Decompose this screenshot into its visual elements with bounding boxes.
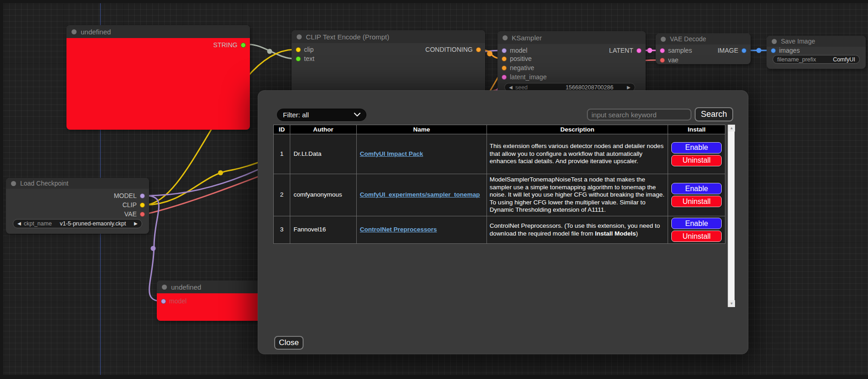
search-input[interactable]	[587, 109, 691, 121]
port-label: CLIP	[122, 201, 137, 209]
input-port-latent-image[interactable]: latent_image	[502, 74, 547, 80]
extension-link[interactable]: ComfyUI Impact Pack	[360, 150, 423, 157]
extension-table-container: ID Author Name Description Install 1 Dr.…	[273, 125, 735, 307]
port-dot-icon	[296, 56, 301, 61]
col-header-name: Name	[356, 125, 487, 134]
uninstall-button[interactable]: Uninstall	[671, 231, 722, 242]
node-title: KSampler	[512, 34, 542, 42]
table-header-row: ID Author Name Description Install	[274, 125, 725, 134]
port-label: model	[169, 297, 187, 305]
extension-link[interactable]: ControlNet Preprocessors	[360, 226, 437, 233]
cell-description: This extension offers various detector n…	[487, 134, 668, 174]
node-title: Load Checkpoint	[20, 180, 68, 187]
collapse-dot-icon[interactable]	[72, 29, 77, 34]
description-bold-text: Install Models	[595, 230, 636, 237]
node-undefined-1[interactable]: undefined STRING	[66, 25, 250, 130]
port-label: VAE	[124, 210, 137, 218]
collapse-dot-icon[interactable]	[11, 181, 16, 186]
chevron-down-icon	[354, 113, 360, 117]
port-dot-icon	[502, 66, 507, 71]
node-ksampler[interactable]: KSampler model positive negative latent_…	[498, 31, 646, 98]
widget-name: seed	[515, 84, 528, 91]
cell-description: ControlNet Preprocessors. (To use this e…	[487, 216, 668, 244]
decrement-arrow-icon[interactable]: ◀	[509, 85, 513, 90]
node-clip-text-encode-header[interactable]: CLIP Text Encode (Prompt)	[292, 30, 485, 43]
output-port-model[interactable]: MODEL	[114, 192, 145, 199]
output-port-latent[interactable]: LATENT	[609, 47, 641, 54]
input-port-clip[interactable]: clip	[296, 46, 314, 53]
enable-button[interactable]: Enable	[671, 183, 722, 194]
port-label: MODEL	[114, 192, 137, 199]
node-save-image-header[interactable]: Save Image	[767, 36, 866, 47]
node-save-image[interactable]: Save Image images filename_prefix ComfyU…	[767, 36, 866, 69]
port-label: CONDITIONING	[426, 46, 473, 53]
cell-install: Enable Uninstall	[668, 216, 725, 244]
collapse-dot-icon[interactable]	[503, 35, 508, 40]
port-dot-icon	[161, 299, 166, 304]
port-label: latent_image	[510, 73, 547, 81]
port-label: negative	[510, 64, 534, 71]
scroll-up-icon[interactable]: ▲	[728, 125, 735, 132]
table-scrollbar[interactable]: ▲ ▼	[728, 125, 735, 307]
node-load-checkpoint-header[interactable]: Load Checkpoint	[6, 178, 149, 189]
input-port-negative[interactable]: negative	[502, 65, 534, 71]
input-port-text[interactable]: text	[296, 55, 315, 62]
collapse-dot-icon[interactable]	[297, 34, 302, 39]
output-port-vae[interactable]: VAE	[124, 211, 145, 217]
decrement-arrow-icon[interactable]: ◀	[17, 221, 21, 226]
port-dot-icon	[140, 203, 145, 208]
filename-prefix-widget[interactable]: filename_prefix ComfyUI	[773, 55, 860, 64]
collapse-dot-icon[interactable]	[661, 37, 666, 42]
input-port-positive[interactable]: positive	[502, 55, 531, 62]
input-port-model[interactable]: model	[502, 47, 527, 54]
node-error-body	[66, 38, 250, 130]
enable-button[interactable]: Enable	[671, 218, 722, 229]
close-button[interactable]: Close	[274, 336, 304, 350]
node-ksampler-header[interactable]: KSampler	[498, 31, 646, 44]
node-graph-canvas[interactable]: undefined STRING CLIP Text Encode (Promp…	[0, 0, 868, 379]
collapse-dot-icon[interactable]	[162, 285, 167, 290]
increment-arrow-icon[interactable]: ▶	[134, 221, 138, 226]
ckpt-name-widget[interactable]: ◀ ckpt_name v1-5-pruned-emaonly.ckpt ▶	[13, 219, 142, 228]
output-port-conditioning[interactable]: CONDITIONING	[426, 46, 481, 53]
input-port-images[interactable]: images	[771, 47, 800, 54]
filter-select[interactable]: Filter: all	[277, 109, 366, 121]
input-port-samples[interactable]: samples	[660, 47, 692, 54]
widget-value: v1-5-pruned-emaonly.ckpt	[60, 220, 126, 227]
col-header-description: Description	[487, 125, 668, 134]
col-header-install: Install	[668, 125, 725, 134]
node-load-checkpoint[interactable]: Load Checkpoint MODEL CLIP VAE ◀ ckpt_na…	[6, 178, 149, 234]
collapse-dot-icon[interactable]	[772, 39, 777, 44]
node-title: CLIP Text Encode (Prompt)	[306, 33, 389, 41]
uninstall-button[interactable]: Uninstall	[671, 155, 722, 166]
port-label: IMAGE	[718, 47, 738, 54]
uninstall-button[interactable]: Uninstall	[671, 196, 722, 207]
input-port-model[interactable]: model	[161, 298, 187, 304]
increment-arrow-icon[interactable]: ▶	[627, 85, 630, 90]
port-label: model	[510, 47, 527, 54]
extension-manager-dialog: Filter: all Search ID Author Name Descri…	[258, 90, 748, 354]
extension-link[interactable]: ComfyUI_experiments/sampler_tonemap	[360, 191, 480, 198]
output-port-string[interactable]: STRING	[213, 42, 246, 48]
port-label: vae	[668, 56, 679, 64]
cell-install: Enable Uninstall	[668, 174, 725, 216]
search-button[interactable]: Search	[695, 107, 733, 121]
cell-install: Enable Uninstall	[668, 134, 725, 174]
table-row: 2 comfyanonymous ComfyUI_experiments/sam…	[274, 174, 725, 216]
node-clip-text-encode[interactable]: CLIP Text Encode (Prompt) clip text COND…	[292, 30, 485, 97]
node-vae-decode-header[interactable]: VAE Decode	[656, 33, 751, 44]
widget-value: ComfyUI	[833, 56, 855, 63]
output-port-clip[interactable]: CLIP	[122, 202, 145, 208]
node-undefined-1-header[interactable]: undefined	[66, 25, 250, 38]
node-vae-decode[interactable]: VAE Decode samples vae IMAGE	[656, 33, 751, 64]
port-dot-icon	[241, 43, 246, 48]
widget-name: filename_prefix	[777, 56, 816, 63]
port-dot-icon	[660, 48, 665, 53]
enable-button[interactable]: Enable	[671, 142, 722, 154]
port-label: LATENT	[609, 47, 633, 54]
port-dot-icon	[636, 48, 641, 53]
col-header-id: ID	[274, 125, 290, 134]
scroll-down-icon[interactable]: ▼	[728, 300, 735, 307]
input-port-vae[interactable]: vae	[660, 57, 679, 63]
output-port-image[interactable]: IMAGE	[718, 47, 746, 54]
